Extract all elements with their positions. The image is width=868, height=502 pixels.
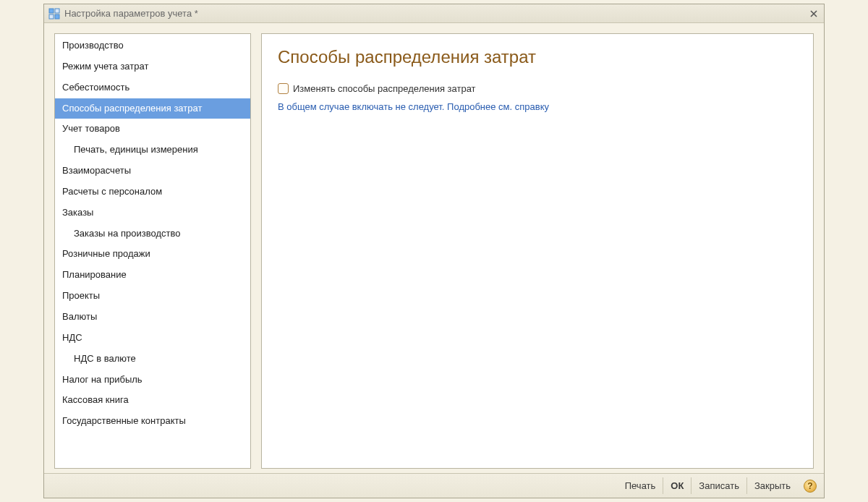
sidebar-item[interactable]: Производство xyxy=(55,35,250,56)
hint-text: В общем случае включать не следует. Подр… xyxy=(278,101,797,112)
sidebar-item[interactable]: Печать, единицы измерения xyxy=(55,140,250,161)
sidebar-item[interactable]: НДС в валюте xyxy=(55,349,250,370)
checkbox-row: Изменять способы распределения затрат xyxy=(278,83,797,94)
sidebar-item[interactable]: Заказы xyxy=(55,203,250,224)
settings-window: Настройка параметров учета * Производств… xyxy=(43,4,825,498)
app-icon xyxy=(48,8,60,20)
svg-rect-1 xyxy=(55,9,59,13)
sidebar-item[interactable]: Учет товаров xyxy=(55,119,250,140)
sidebar-item[interactable]: Способы распределения затрат xyxy=(55,98,250,119)
body-area: ПроизводствоРежим учета затратСебестоимо… xyxy=(44,23,824,473)
sidebar-item[interactable]: Розничные продажи xyxy=(55,244,250,265)
sidebar-item[interactable]: Валюты xyxy=(55,307,250,328)
close-button[interactable]: Закрыть xyxy=(746,477,798,494)
checkbox-label: Изменять способы распределения затрат xyxy=(293,83,476,94)
change-methods-checkbox[interactable] xyxy=(278,83,289,94)
content-title: Способы распределения затрат xyxy=(278,47,797,67)
svg-rect-0 xyxy=(49,9,54,13)
sidebar-item[interactable]: Кассовая книга xyxy=(55,390,250,411)
titlebar: Настройка параметров учета * xyxy=(44,4,824,23)
sidebar-item[interactable]: Государственные контракты xyxy=(55,411,250,432)
svg-rect-3 xyxy=(55,14,59,19)
close-icon[interactable] xyxy=(807,7,821,20)
sidebar-item[interactable]: Проекты xyxy=(55,286,250,307)
window-title: Настройка параметров учета * xyxy=(64,8,807,19)
sidebar-item[interactable]: Планирование xyxy=(55,265,250,286)
help-icon[interactable]: ? xyxy=(804,480,817,493)
sidebar-item[interactable]: Режим учета затрат xyxy=(55,56,250,77)
ok-button[interactable]: ОК xyxy=(663,477,691,494)
sidebar-item[interactable]: Себестоимость xyxy=(55,77,250,98)
sidebar: ПроизводствоРежим учета затратСебестоимо… xyxy=(54,33,251,469)
print-button[interactable]: Печать xyxy=(618,477,663,494)
sidebar-item[interactable]: Заказы на производство xyxy=(55,224,250,244)
content-panel: Способы распределения затрат Изменять сп… xyxy=(261,33,814,469)
sidebar-item[interactable]: НДС xyxy=(55,328,250,349)
sidebar-item[interactable]: Расчеты с персоналом xyxy=(55,182,250,203)
sidebar-item[interactable]: Налог на прибыль xyxy=(55,370,250,391)
save-button[interactable]: Записать xyxy=(691,477,746,494)
footer: Печать ОК Записать Закрыть ? xyxy=(44,473,824,498)
svg-rect-2 xyxy=(49,14,54,19)
sidebar-item[interactable]: Взаиморасчеты xyxy=(55,161,250,182)
